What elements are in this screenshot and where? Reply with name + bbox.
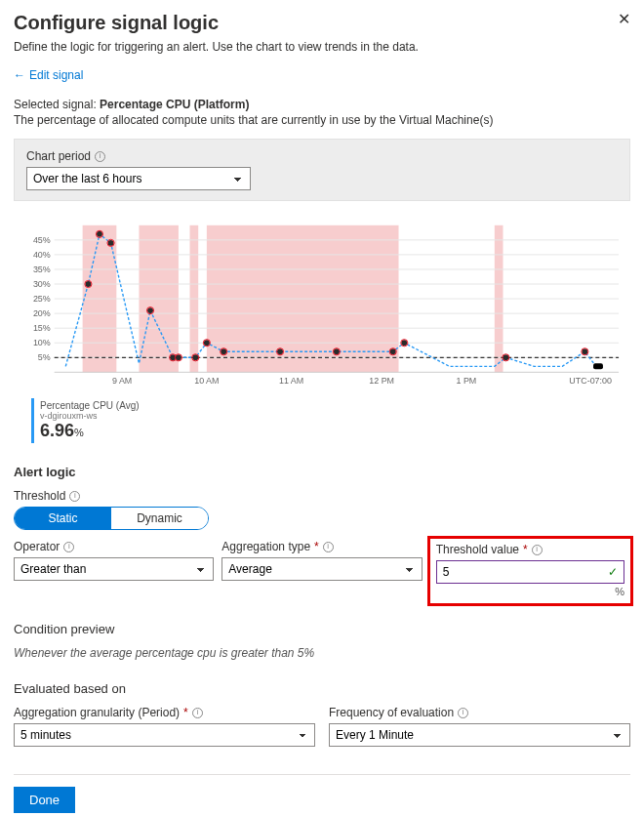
aggregation-type-select[interactable]: Average [221, 557, 422, 581]
done-button[interactable]: Done [14, 787, 75, 813]
page-subtitle: Define the logic for triggering an alert… [14, 40, 630, 54]
arrow-left-icon: ← [14, 68, 25, 82]
condition-preview-text: Whenever the average percentage cpu is g… [14, 646, 630, 660]
checkmark-icon: ✓ [608, 565, 624, 579]
svg-point-47 [221, 348, 226, 354]
frequency-label: Frequency of evaluation [329, 706, 454, 719]
svg-point-33 [97, 231, 102, 237]
svg-text:20%: 20% [33, 308, 51, 318]
threshold-value-input[interactable] [437, 561, 608, 583]
edit-signal-link[interactable]: ← Edit signal [14, 68, 83, 82]
legend-series-name: Percentage CPU (Avg) [40, 400, 624, 411]
granularity-label: Aggregation granularity (Period) [14, 706, 180, 719]
svg-text:11 AM: 11 AM [279, 376, 303, 386]
svg-text:UTC-07:00: UTC-07:00 [569, 376, 612, 386]
info-icon[interactable]: i [458, 708, 468, 718]
selected-signal-label: Selected signal: Percentage CPU (Platfor… [14, 98, 630, 111]
svg-point-55 [401, 340, 407, 346]
svg-text:12 PM: 12 PM [369, 376, 394, 386]
svg-point-35 [108, 240, 114, 246]
svg-point-57 [503, 354, 508, 360]
granularity-select[interactable]: 5 minutes [14, 723, 315, 747]
svg-point-49 [277, 348, 283, 354]
operator-label: Operator [14, 540, 60, 553]
svg-point-41 [176, 354, 181, 360]
threshold-value-unit: % [436, 586, 624, 597]
alert-logic-title: Alert logic [14, 465, 630, 479]
info-icon[interactable]: i [95, 151, 105, 162]
chart-svg: 5%10%15%20%25%30%35%40%45%9 AM10 AM11 AM… [25, 219, 624, 394]
svg-point-45 [204, 340, 210, 346]
svg-point-31 [85, 281, 91, 287]
svg-point-43 [192, 354, 198, 360]
required-asterisk: * [183, 706, 188, 719]
threshold-value-highlight: Threshold value * i ✓ % [427, 536, 633, 606]
required-asterisk: * [523, 543, 528, 556]
threshold-toggle-dynamic[interactable]: Dynamic [111, 508, 208, 529]
chart-period-select[interactable]: Over the last 6 hours [26, 167, 251, 190]
svg-point-37 [147, 307, 153, 313]
svg-text:45%: 45% [33, 235, 51, 245]
svg-point-59 [582, 348, 587, 354]
required-asterisk: * [314, 540, 319, 553]
svg-text:9 AM: 9 AM [112, 376, 132, 386]
svg-text:40%: 40% [33, 250, 51, 260]
svg-text:30%: 30% [33, 279, 51, 289]
evaluated-title: Evaluated based on [14, 681, 630, 696]
chart-legend[interactable]: Percentage CPU (Avg) v-dgirouxm-ws 6.96% [31, 398, 624, 443]
svg-text:10 AM: 10 AM [194, 376, 219, 386]
svg-text:25%: 25% [33, 294, 51, 304]
aggregation-type-label: Aggregation type [221, 540, 310, 553]
svg-rect-61 [593, 363, 603, 369]
svg-text:10%: 10% [33, 338, 51, 347]
chart-period-label: Chart period [26, 149, 91, 163]
chart-period-box: Chart period i Over the last 6 hours [14, 139, 630, 201]
info-icon[interactable]: i [532, 545, 543, 555]
separator [14, 774, 630, 775]
operator-select[interactable]: Greater than [14, 557, 214, 581]
legend-current-value: 6.96 [40, 421, 74, 440]
threshold-toggle-static[interactable]: Static [15, 508, 111, 529]
condition-preview-title: Condition preview [14, 622, 630, 636]
signal-description: The percentage of allocated compute unit… [14, 113, 630, 127]
info-icon[interactable]: i [323, 542, 334, 552]
svg-text:35%: 35% [33, 265, 51, 274]
threshold-value-label: Threshold value [436, 543, 519, 556]
info-icon[interactable]: i [192, 708, 203, 718]
svg-text:15%: 15% [33, 323, 51, 333]
svg-point-53 [390, 348, 396, 354]
frequency-select[interactable]: Every 1 Minute [329, 723, 630, 747]
svg-point-51 [334, 348, 340, 354]
chart-area: 5%10%15%20%25%30%35%40%45%9 AM10 AM11 AM… [14, 215, 630, 443]
page-title: Configure signal logic [14, 12, 219, 34]
threshold-label: Threshold [14, 489, 65, 503]
info-icon[interactable]: i [63, 542, 74, 552]
threshold-toggle[interactable]: Static Dynamic [14, 507, 209, 530]
svg-text:1 PM: 1 PM [457, 376, 477, 386]
svg-text:5%: 5% [38, 352, 51, 362]
edit-signal-label: Edit signal [29, 68, 83, 82]
close-icon[interactable]: ✕ [618, 12, 630, 27]
legend-unit: % [74, 427, 84, 438]
info-icon[interactable]: i [69, 491, 80, 502]
legend-series-source: v-dgirouxm-ws [40, 411, 624, 421]
